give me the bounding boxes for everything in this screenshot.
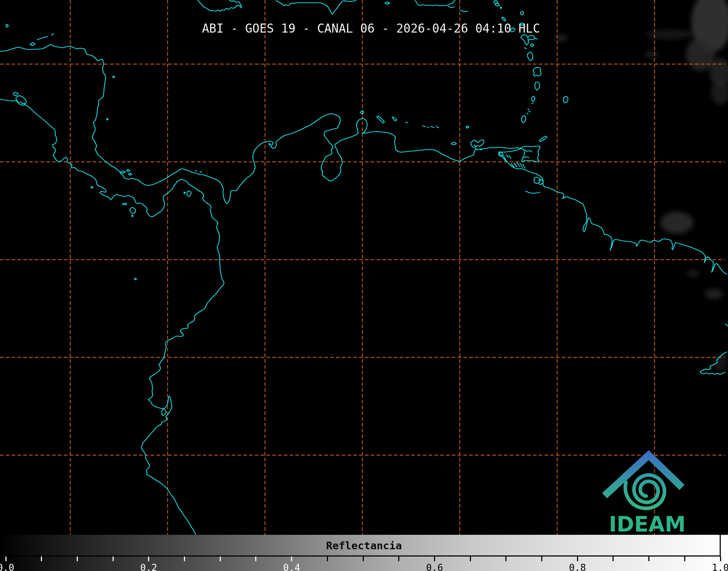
coastline [522, 116, 526, 123]
coastline [451, 142, 456, 145]
coastline [91, 186, 93, 188]
coastline [520, 146, 540, 162]
coastline [539, 136, 547, 142]
coastline [531, 44, 534, 47]
logo-spiral [625, 475, 664, 508]
coastline [448, 7, 454, 8]
coastline [517, 163, 520, 167]
coastline-layer [0, 0, 728, 535]
coastline [200, 172, 202, 172]
colorbar-tick [220, 557, 221, 561]
coastline [521, 11, 524, 15]
colorbar-tick-label: 0.4 [283, 562, 300, 571]
coastline [506, 155, 508, 157]
coastline [526, 191, 540, 193]
coastline [529, 111, 530, 112]
cloud-patch [705, 289, 723, 299]
colorbar-tick [5, 557, 7, 561]
colorbar-tick [148, 557, 149, 561]
coastline [51, 34, 54, 35]
colorbar-tick [505, 557, 506, 561]
coastline [471, 140, 484, 147]
coastline [13, 92, 18, 96]
cloud-patch [555, 34, 568, 42]
colorbar-tick-label: 0.2 [140, 562, 157, 571]
image-title: ABI - GOES 19 - CANAL 06 - 2026-04-26 04… [202, 22, 540, 34]
cloud-patch [687, 270, 700, 277]
cloud-patch [646, 29, 693, 39]
coastline [524, 157, 529, 158]
coastline [479, 149, 482, 150]
coastline [107, 118, 108, 120]
coastline [130, 207, 136, 214]
coastline [535, 82, 540, 90]
coastline [405, 122, 408, 123]
colorbar-tick-label: 1.0 [712, 562, 728, 571]
coastline [134, 278, 136, 280]
coastline [121, 171, 125, 173]
colorbar-tick-label: 0.0 [0, 562, 14, 571]
ideam-logo-text: IDEAM [609, 512, 686, 537]
colorbar-tick [327, 557, 328, 561]
coastline [276, 0, 356, 14]
colorbar-tick [398, 557, 399, 561]
colorbar-tick [684, 557, 685, 561]
coastline [431, 126, 434, 127]
colorbar-tick-label: 0.8 [569, 562, 586, 571]
coastline [514, 163, 517, 167]
colorbar-tick [541, 557, 542, 561]
coastline [474, 145, 476, 146]
coastline [509, 156, 511, 158]
colorbar-tick-label: 0.6 [426, 562, 443, 571]
colorbar-tick [613, 557, 614, 561]
coastline [392, 117, 397, 121]
cloud-patch [686, 38, 715, 71]
coastline [528, 37, 528, 41]
coastline [113, 76, 115, 78]
coastline [460, 10, 468, 12]
coastline [502, 17, 506, 21]
coastline [122, 203, 127, 205]
coastline [532, 103, 533, 104]
coastline [415, 0, 455, 6]
coastline [524, 48, 527, 49]
coastline [563, 96, 568, 103]
colorbar-tick [113, 557, 114, 561]
coastline [527, 52, 533, 60]
coastline [523, 164, 525, 168]
coastline [725, 324, 728, 326]
colorbar-tick [255, 557, 256, 561]
colorbar-title: Reflectancia [0, 539, 728, 552]
coastline [495, 3, 500, 6]
colorbar-tick [291, 557, 292, 561]
coastline [385, 2, 390, 4]
coastline [0, 45, 727, 274]
coastline [269, 143, 270, 145]
coastline [126, 169, 130, 172]
coastline [132, 215, 133, 217]
colorbar: Reflectancia 0.00.20.40.60.81.0 [0, 535, 728, 571]
colorbar-tick [184, 557, 185, 561]
graticule-grid [0, 0, 725, 535]
colorbar-tick [720, 557, 721, 561]
coastline [129, 173, 132, 175]
satellite-image-viewer: ABI - GOES 19 - CANAL 06 - 2026-04-26 04… [0, 0, 728, 571]
coastline [198, 0, 241, 11]
coastline [531, 96, 535, 101]
colorbar-tick [434, 557, 435, 561]
map-canvas [0, 0, 728, 535]
coastline [195, 171, 197, 171]
coastline [37, 37, 47, 40]
coastline [428, 127, 429, 127]
cloud-patch [644, 50, 659, 59]
colorbar-right-spine [720, 535, 721, 557]
coastline [436, 126, 439, 128]
colorbar-tick [363, 557, 364, 561]
colorbar-tick [470, 557, 471, 561]
colorbar-tick [577, 557, 578, 561]
coastline [528, 109, 529, 110]
coastline [466, 126, 469, 128]
coastline [0, 99, 224, 535]
colorbar-tick [648, 557, 649, 561]
ideam-logo-icon [605, 455, 682, 508]
